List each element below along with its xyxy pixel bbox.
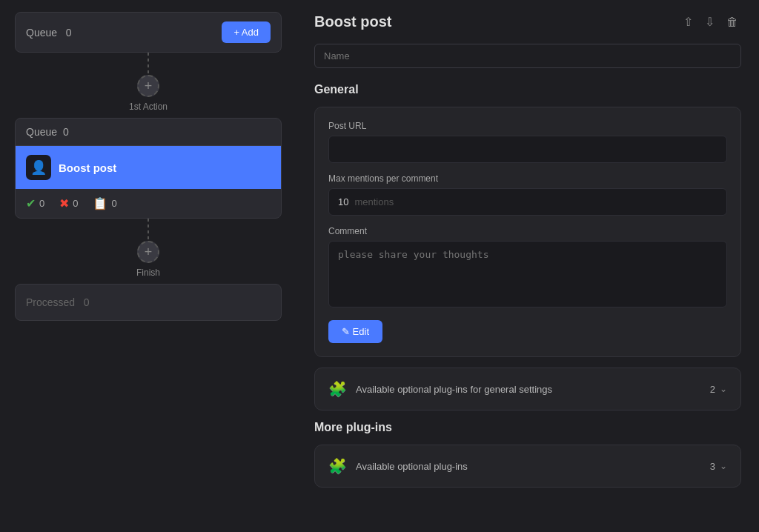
comment-textarea[interactable] [328,241,727,307]
processed-label: Processed [26,296,75,308]
processed-count: 0 [84,296,90,308]
action-1-label: 1st Action [129,102,168,112]
plugin-general-count: 2 [710,384,715,395]
name-input[interactable] [314,44,741,68]
action-header-label: Queue [26,126,57,138]
stat-cross: ✖ 0 [59,196,78,210]
chevron-down-icon: ⌄ [720,384,727,394]
stat-check: ✔ 0 [26,196,44,210]
more-plugin-count: 3 [710,461,715,472]
check-count: 0 [39,198,44,209]
general-section-title: General [314,83,741,96]
post-url-label: Post URL [328,121,727,131]
right-title: Boost post [314,13,391,30]
plus-circle-1[interactable]: + [137,75,159,97]
queue-top-label: Queue 0 [26,27,72,39]
cross-icon: ✖ [59,196,69,210]
edit-button[interactable]: ✎ Edit [328,320,382,343]
processed-block: Processed 0 [15,284,282,321]
cross-count: 0 [73,198,78,209]
more-plugin-right: 3 ⌄ [710,461,727,472]
header-actions: ⇧ ⇩ 🗑 [680,12,741,32]
action-block-header: Queue 0 [16,119,281,146]
right-panel: Boost post ⇧ ⇩ 🗑 General Post URL Max me… [296,0,759,532]
connector-line-1 [148,53,149,75]
action-stats: ✔ 0 ✖ 0 📋 0 [16,189,281,218]
more-plugin-left: 🧩 Available optional plug-ins [328,457,468,475]
general-section: Post URL Max mentions per comment 10 men… [314,107,741,357]
more-chevron-down-icon: ⌄ [720,461,727,471]
post-url-input[interactable] [328,136,727,163]
plugin-general-left: 🧩 Available optional plug-ins for genera… [328,380,552,398]
boost-label: Boost post [59,162,116,174]
check-icon: ✔ [26,196,36,210]
chevron-down-button[interactable]: ⇩ [702,12,717,32]
action-header-count: 0 [63,126,69,138]
max-mentions-field: 10 mentions [328,188,727,216]
plugin-general-icon: 🧩 [328,380,347,398]
max-mentions-label: Max mentions per comment [328,173,727,184]
mentions-placeholder: mentions [354,196,394,207]
connector-line-2 [148,219,149,241]
queue-top-count: 0 [66,27,72,39]
mentions-value: 10 [338,196,348,207]
plus-1-label: + [145,79,153,94]
action-block: Queue 0 👤 Boost post ✔ 0 ✖ 0 📋 0 [15,118,282,219]
queue-label-text: Queue [26,27,57,39]
right-header: Boost post ⇧ ⇩ 🗑 [314,12,741,32]
boost-icon: 👤 [26,155,51,180]
stat-pending: 📋 0 [93,196,116,210]
delete-button[interactable]: 🗑 [723,13,741,32]
left-panel: Queue 0 + Add + 1st Action Queue 0 👤 Boo… [0,0,296,532]
more-plugin-label: Available optional plug-ins [356,461,468,472]
more-plugin-icon: 🧩 [328,457,347,475]
plugin-general-label: Available optional plug-ins for general … [356,384,552,395]
comment-label: Comment [328,226,727,236]
plus-2-label: + [145,245,153,260]
pending-icon: 📋 [93,196,107,210]
finish-label: Finish [136,267,160,278]
more-plugins-title: More plug-ins [314,421,741,434]
add-button[interactable]: + Add [222,21,271,43]
chevron-up-button[interactable]: ⇧ [680,12,696,32]
plugin-general-row[interactable]: 🧩 Available optional plug-ins for genera… [314,368,741,410]
more-plugin-row[interactable]: 🧩 Available optional plug-ins 3 ⌄ [314,445,741,488]
boost-row[interactable]: 👤 Boost post [16,146,281,189]
plus-circle-2[interactable]: + [137,241,159,263]
pending-count: 0 [111,198,116,209]
plugin-general-right: 2 ⌄ [710,384,727,395]
queue-top-block: Queue 0 + Add [15,12,282,53]
